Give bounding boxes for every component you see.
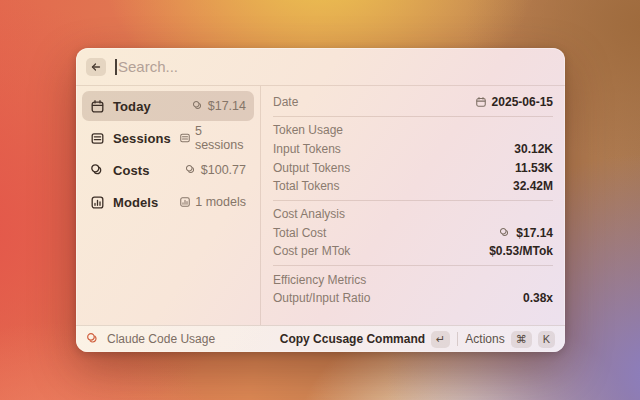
sidebar-list: Today $17.14 Sessions 5 session (76, 86, 261, 325)
bar-chart-icon (90, 195, 105, 210)
actions-label: Actions (465, 332, 504, 346)
metadata-row: Input Tokens 30.12K (273, 140, 553, 159)
sidebar-item-label: Costs (113, 163, 150, 178)
primary-action-button[interactable]: Copy Ccusage Command ↵ (280, 331, 451, 348)
metadata-label: Input Tokens (273, 142, 341, 156)
text-caret (115, 59, 117, 75)
bar-chart-icon (179, 196, 191, 208)
metadata-value: 2025-06-15 (492, 95, 553, 109)
arrow-left-icon (90, 61, 102, 73)
sidebar-item-label: Today (113, 99, 151, 114)
search-bar (76, 48, 565, 86)
sidebar-item-models[interactable]: Models 1 models (82, 187, 254, 217)
metadata-row-date: Date 2025-06-15 (273, 93, 553, 112)
separator (273, 116, 553, 117)
sidebar-item-value: $17.14 (208, 99, 246, 113)
sidebar-item-today[interactable]: Today $17.14 (82, 91, 254, 121)
metadata-row: Total Tokens 32.42M (273, 177, 553, 196)
app-name: Claude Code Usage (107, 332, 215, 346)
metadata-value: 32.42M (513, 179, 553, 193)
back-button[interactable] (86, 58, 106, 76)
metadata-label: Total Tokens (273, 179, 340, 193)
metadata-row: Cost per MTok $0.53/MTok (273, 242, 553, 261)
separator (273, 265, 553, 266)
section-header: Cost Analysis (273, 205, 553, 224)
sidebar-item-value: 1 models (195, 195, 246, 209)
actions-menu-button[interactable]: Actions ⌘ K (465, 331, 555, 348)
coins-icon (192, 100, 204, 112)
coins-icon (185, 164, 197, 176)
sidebar-item-costs[interactable]: Costs $100.77 (82, 155, 254, 185)
k-key: K (538, 331, 555, 348)
command-key-icon: ⌘ (511, 331, 532, 348)
calendar-icon (90, 99, 105, 114)
metadata-value: 30.12K (514, 142, 553, 156)
list-icon (90, 131, 105, 146)
sidebar-item-value: $100.77 (201, 163, 246, 177)
metadata-label: Output Tokens (273, 161, 350, 175)
action-bar: Claude Code Usage Copy Ccusage Command ↵… (76, 325, 565, 352)
search-input[interactable] (115, 58, 555, 75)
app-chip: Claude Code Usage (86, 332, 215, 346)
coins-icon (499, 227, 511, 239)
metadata-value: $17.14 (516, 226, 553, 240)
metadata-row: Total Cost $17.14 (273, 224, 553, 243)
metadata-value: 11.53K (515, 161, 553, 175)
list-icon (179, 132, 191, 144)
section-header: Token Usage (273, 121, 553, 140)
metadata-row: Output/Input Ratio 0.38x (273, 289, 553, 308)
metadata-label: Cost per MTok (273, 244, 350, 258)
sidebar-item-value: 5 sessions (195, 124, 246, 152)
metadata-label: Date (273, 95, 298, 109)
enter-key-icon: ↵ (431, 331, 450, 348)
detail-panel: Date 2025-06-15 Token Usage Input Tokens… (261, 86, 565, 325)
sidebar-item-sessions[interactable]: Sessions 5 sessions (82, 123, 254, 153)
coins-icon (86, 332, 100, 346)
footer-divider (457, 332, 458, 346)
metadata-label: Total Cost (273, 226, 326, 240)
separator (273, 200, 553, 201)
section-header: Efficiency Metrics (273, 270, 553, 289)
metadata-value: 0.38x (523, 291, 553, 305)
sidebar-item-label: Models (113, 195, 158, 210)
metadata-value: $0.53/MTok (489, 244, 553, 258)
calendar-icon (475, 96, 487, 108)
metadata-label: Output/Input Ratio (273, 291, 370, 305)
command-palette-window: Today $17.14 Sessions 5 session (76, 48, 565, 352)
coins-icon (90, 163, 105, 178)
primary-action-label: Copy Ccusage Command (280, 332, 425, 346)
sidebar-item-label: Sessions (113, 131, 171, 146)
metadata-row: Output Tokens 11.53K (273, 158, 553, 177)
